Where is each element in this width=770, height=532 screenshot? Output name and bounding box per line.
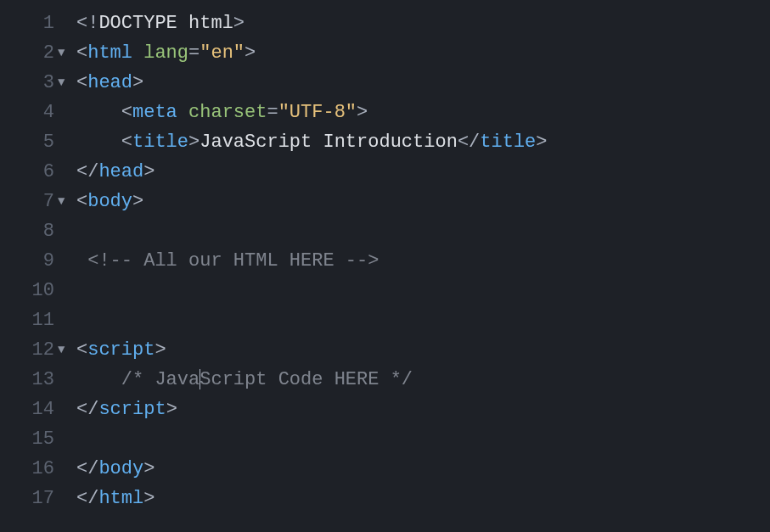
line-number: 15 [29, 424, 54, 454]
code-line[interactable]: <html lang="en"> [76, 38, 770, 68]
fold-marker-icon[interactable]: ▼ [58, 38, 70, 68]
token-tag: html [98, 488, 143, 509]
code-line[interactable]: <meta charset="UTF-8"> [76, 98, 770, 127]
gutter-line: 4 [0, 98, 76, 127]
code-line[interactable]: /* JavaScript Code HERE */ [76, 365, 770, 395]
gutter-line: 15 [0, 424, 76, 454]
token-bracket: > [166, 399, 177, 420]
token-default: JavaScript Introduction [200, 132, 458, 153]
code-line[interactable] [76, 424, 770, 454]
token-default [132, 42, 143, 64]
code-line[interactable]: <body> [76, 187, 770, 216]
token-tag: title [132, 132, 188, 153]
line-number: 3 [29, 68, 54, 98]
token-bracket: < [76, 339, 87, 361]
code-area[interactable]: <!DOCTYPE html><html lang="en"><head> <m… [76, 0, 770, 532]
code-line[interactable] [76, 305, 770, 335]
gutter-line: 17 [0, 484, 76, 513]
gutter-line: 11 [0, 305, 76, 335]
token-bracket: > [357, 102, 368, 123]
token-bracket: < [76, 42, 87, 64]
line-number: 16 [29, 454, 54, 484]
token-bracket: </ [76, 458, 98, 479]
token-bracket: <! [76, 13, 98, 34]
token-bracket: </ [76, 488, 98, 509]
token-attr-value: "UTF-8" [278, 102, 357, 123]
token-doctype-val: html [177, 13, 233, 34]
gutter-line: 9 [0, 246, 76, 276]
line-number: 13 [29, 365, 54, 395]
line-number: 9 [29, 246, 54, 276]
gutter-line: 14 [0, 395, 76, 424]
token-attr-name: charset [188, 102, 267, 123]
line-number: 4 [29, 98, 54, 127]
token-attr-name: lang [143, 42, 188, 64]
token-tag: script [87, 339, 155, 361]
token-bracket: > [536, 132, 547, 153]
line-number: 10 [29, 276, 54, 305]
token-bracket: </ [458, 132, 480, 153]
token-bracket: = [267, 102, 278, 123]
token-bracket: < [121, 102, 132, 123]
code-line[interactable]: <script> [76, 335, 770, 365]
indent [76, 365, 121, 395]
line-number: 12 [29, 335, 54, 365]
token-tag: head [98, 161, 143, 182]
line-number: 8 [29, 216, 54, 246]
token-bracket: > [233, 13, 244, 34]
token-tag: head [87, 72, 132, 93]
token-bracket: < [76, 72, 87, 93]
token-bracket: > [143, 161, 155, 182]
token-doctype-kw: DOCTYPE [98, 13, 177, 34]
gutter: 12▼3▼4567▼89101112▼1314151617 [0, 0, 76, 532]
code-line[interactable] [76, 216, 770, 246]
token-bracket: > [143, 458, 155, 479]
token-comment: /* JavaScript Code HERE */ [121, 369, 413, 390]
token-bracket: </ [76, 399, 98, 420]
gutter-line: 1 [0, 8, 76, 38]
token-comment: <!-- All our HTML HERE --> [87, 250, 379, 272]
code-editor[interactable]: 12▼3▼4567▼89101112▼1314151617 <!DOCTYPE … [0, 0, 770, 532]
indent [76, 98, 121, 127]
token-bracket: > [244, 42, 256, 64]
code-line[interactable] [76, 276, 770, 305]
line-number: 7 [29, 187, 54, 216]
line-number: 5 [29, 127, 54, 157]
gutter-line: 10 [0, 276, 76, 305]
gutter-line: 5 [0, 127, 76, 157]
token-bracket: = [188, 42, 200, 64]
code-line[interactable]: </body> [76, 454, 770, 484]
line-number: 14 [29, 395, 54, 424]
gutter-line: 7▼ [0, 187, 76, 216]
token-bracket: > [188, 132, 200, 153]
fold-marker-icon[interactable]: ▼ [58, 68, 70, 98]
code-line[interactable]: <!-- All our HTML HERE --> [76, 246, 770, 276]
indent [76, 127, 121, 157]
line-number: 11 [29, 305, 54, 335]
token-default [177, 102, 188, 123]
fold-marker-icon[interactable]: ▼ [58, 187, 70, 216]
token-tag: body [98, 458, 143, 479]
code-line[interactable]: <head> [76, 68, 770, 98]
gutter-line: 13 [0, 365, 76, 395]
gutter-line: 16 [0, 454, 76, 484]
code-line[interactable]: <!DOCTYPE html> [76, 8, 770, 38]
fold-marker-icon[interactable]: ▼ [58, 335, 70, 365]
indent [76, 246, 87, 276]
token-bracket: > [143, 488, 155, 509]
gutter-line: 3▼ [0, 68, 76, 98]
token-bracket: < [76, 191, 87, 212]
code-line[interactable]: </head> [76, 157, 770, 187]
code-line[interactable]: </script> [76, 395, 770, 424]
line-number: 6 [29, 157, 54, 187]
token-bracket: > [132, 191, 143, 212]
code-line[interactable]: <title>JavaScript Introduction</title> [76, 127, 770, 157]
code-line[interactable]: </html> [76, 484, 770, 513]
line-number: 17 [29, 484, 54, 513]
gutter-line: 6 [0, 157, 76, 187]
token-tag: meta [132, 102, 177, 123]
token-bracket: </ [76, 161, 98, 182]
text-cursor [200, 369, 200, 389]
gutter-line: 12▼ [0, 335, 76, 365]
token-tag: body [87, 191, 132, 212]
